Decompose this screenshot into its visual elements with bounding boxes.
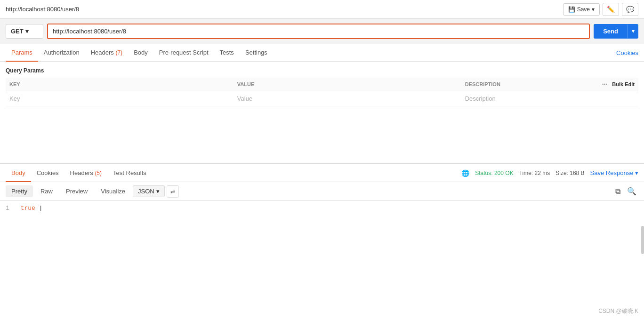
search-button[interactable]: 🔍 [625, 185, 638, 198]
floppy-icon: 💾 [568, 6, 575, 13]
copy-button[interactable]: ⧉ [613, 185, 622, 198]
scrollbar-thumb[interactable] [641, 226, 644, 254]
method-label: GET [11, 28, 24, 35]
value-cell[interactable]: Value [233, 91, 461, 106]
request-tabs: Params Authorization Headers (7) Body Pr… [0, 44, 644, 62]
save-response-chevron-icon: ▾ [635, 169, 638, 176]
more-options-icon[interactable]: ··· [602, 80, 608, 88]
watermark: CSDN @破晓.K [598, 307, 638, 315]
response-time: Time: 22 ms [519, 170, 550, 176]
send-chevron-icon: ▾ [628, 24, 638, 38]
params-table: KEY VALUE DESCRIPTION ··· Bulk Edit [6, 78, 638, 106]
toolbar-right: ⧉ 🔍 [613, 185, 638, 198]
params-section: Query Params KEY VALUE DESCRIPTION ··· [0, 62, 644, 106]
save-button[interactable]: 💾 Save ▾ [563, 3, 600, 16]
method-select[interactable]: GET ▾ [6, 24, 43, 39]
format-pretty[interactable]: Pretty [6, 185, 33, 197]
value-column-header: VALUE [233, 78, 461, 91]
url-input[interactable]: http://localhost:8080/user/8 [47, 24, 590, 39]
key-cell[interactable]: Key [6, 91, 233, 106]
method-chevron-icon: ▾ [25, 28, 29, 35]
response-content: true [21, 205, 35, 212]
request-spacer [0, 106, 644, 163]
response-area: Body Cookies Headers (5) Test Results 🌐 … [0, 163, 644, 266]
status-code: Status: 200 OK [475, 170, 513, 176]
title-url: http://localhost:8080/user/8 [6, 6, 79, 13]
tab-authorization[interactable]: Authorization [38, 44, 85, 62]
url-bar: GET ▾ http://localhost:8080/user/8 Send … [0, 19, 644, 44]
response-size: Size: 168 B [555, 170, 584, 176]
json-format-select[interactable]: JSON ▾ [133, 185, 165, 197]
response-tab-test-results[interactable]: Test Results [107, 165, 152, 182]
response-toolbar: Pretty Raw Preview Visualize JSON ▾ ⇌ ⧉ … [0, 182, 644, 201]
response-status-bar: 🌐 Status: 200 OK Time: 22 ms Size: 168 B… [461, 169, 638, 177]
save-response-button[interactable]: Save Response ▾ [590, 169, 638, 176]
cookies-link[interactable]: Cookies [616, 49, 638, 56]
desc-cell[interactable]: Description [461, 91, 638, 106]
format-raw[interactable]: Raw [35, 185, 58, 197]
key-column-header: KEY [6, 78, 233, 91]
cursor-indicator: | [39, 205, 43, 212]
globe-icon: 🌐 [461, 169, 469, 177]
response-tabs: Body Cookies Headers (5) Test Results 🌐 … [0, 164, 644, 182]
response-tab-headers[interactable]: Headers (5) [64, 165, 107, 182]
tab-headers[interactable]: Headers (7) [85, 44, 128, 62]
table-row: Key Value Description [6, 91, 638, 106]
desc-column-header: DESCRIPTION ··· Bulk Edit [461, 78, 638, 91]
app-container: http://localhost:8080/user/8 💾 Save ▾ ✏️… [0, 0, 644, 319]
response-tab-body[interactable]: Body [6, 165, 31, 182]
tab-settings[interactable]: Settings [240, 44, 273, 62]
format-visualize[interactable]: Visualize [95, 185, 131, 197]
tab-params[interactable]: Params [6, 44, 38, 62]
bulk-edit-button[interactable]: Bulk Edit [612, 81, 635, 87]
tab-tests[interactable]: Tests [214, 44, 240, 62]
code-area: 1 true | [0, 201, 644, 215]
query-params-title: Query Params [6, 67, 638, 74]
tab-pre-request[interactable]: Pre-request Script [153, 44, 214, 62]
format-preview[interactable]: Preview [60, 185, 93, 197]
save-chevron-icon: ▾ [592, 6, 595, 13]
send-label: Send [594, 24, 628, 39]
line-number: 1 [6, 205, 9, 212]
response-tab-cookies[interactable]: Cookies [31, 165, 64, 182]
comment-button[interactable]: 💬 [622, 3, 638, 16]
wrap-button[interactable]: ⇌ [167, 185, 179, 198]
tab-body[interactable]: Body [128, 44, 153, 62]
wrap-icon: ⇌ [170, 188, 175, 195]
json-chevron-icon: ▾ [156, 188, 160, 195]
edit-button[interactable]: ✏️ [603, 3, 619, 16]
send-button[interactable]: Send ▾ [594, 24, 638, 39]
title-actions: 💾 Save ▾ ✏️ 💬 [563, 3, 638, 16]
title-bar: http://localhost:8080/user/8 💾 Save ▾ ✏️… [0, 0, 644, 19]
